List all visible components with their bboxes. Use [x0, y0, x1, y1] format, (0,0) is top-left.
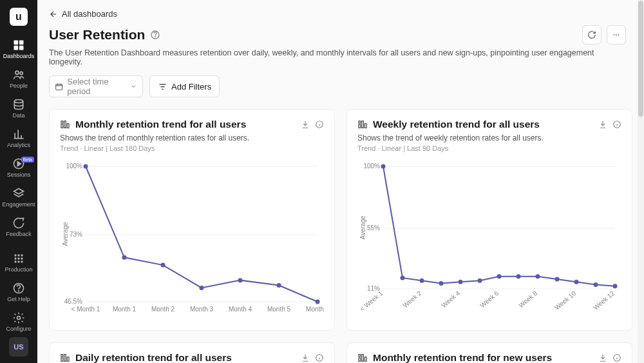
chart-weekly: 100%55%11%Average< Week 1Week 2Week 4Wee… [357, 160, 621, 321]
svg-text:Month 4: Month 4 [229, 306, 252, 313]
svg-point-68 [459, 280, 463, 284]
engagement-icon [12, 187, 25, 200]
svg-rect-27 [61, 124, 63, 128]
svg-point-70 [497, 274, 502, 279]
info-icon[interactable] [150, 30, 160, 40]
logo[interactable]: u [10, 8, 28, 26]
svg-rect-89 [359, 355, 361, 357]
arrow-left-icon [49, 10, 58, 19]
svg-point-4 [15, 71, 19, 74]
svg-point-40 [161, 263, 166, 268]
card-monthly-new: Monthly retention trend for new users [346, 342, 632, 363]
svg-rect-54 [362, 121, 364, 128]
svg-point-75 [594, 282, 598, 287]
svg-text:100%: 100% [66, 162, 82, 170]
svg-rect-52 [359, 121, 361, 123]
info-icon[interactable] [315, 353, 324, 362]
apps-icon [12, 252, 25, 265]
scrollbar[interactable] [638, 0, 644, 363]
time-period-select[interactable]: Select time period [49, 75, 143, 97]
nav-label: Configure [6, 326, 31, 332]
refresh-icon [587, 30, 596, 39]
nav-production[interactable]: Production [0, 248, 37, 278]
nav-people[interactable]: People [0, 64, 37, 94]
svg-text:73%: 73% [70, 231, 82, 238]
main-content: All dashboards User Retention The User R… [37, 0, 638, 363]
svg-rect-55 [365, 124, 366, 128]
svg-rect-85 [61, 358, 63, 361]
svg-point-14 [14, 260, 16, 262]
chart-icon [357, 119, 368, 130]
beta-badge: Beta [21, 157, 34, 162]
svg-point-6 [14, 100, 23, 103]
svg-text:Week 6: Week 6 [478, 289, 500, 309]
svg-point-19 [17, 317, 21, 320]
svg-point-11 [14, 257, 16, 259]
svg-point-71 [516, 274, 521, 279]
info-icon[interactable] [612, 120, 621, 129]
svg-rect-87 [67, 357, 69, 362]
svg-rect-2 [14, 46, 19, 50]
download-icon[interactable] [598, 120, 607, 129]
add-filters-button[interactable]: Add Filters [149, 75, 220, 97]
nav-label: Data [12, 112, 24, 119]
filter-icon [158, 82, 167, 92]
nav-label: Get Help [7, 296, 30, 302]
svg-text:< Week 1: < Week 1 [359, 289, 384, 313]
back-link[interactable]: All dashboards [49, 9, 626, 19]
info-icon[interactable] [315, 120, 324, 129]
nav-data[interactable]: Data [0, 94, 37, 124]
more-button[interactable] [607, 25, 626, 44]
nav-configure[interactable]: Configure [0, 308, 37, 337]
svg-point-66 [420, 279, 424, 283]
chart-icon [60, 119, 70, 130]
svg-rect-3 [19, 46, 24, 50]
nav-dashboards[interactable]: Dashboards [0, 35, 37, 64]
card-title: Monthly retention trend for all users [75, 119, 246, 130]
svg-point-21 [155, 37, 156, 37]
svg-point-10 [21, 254, 23, 256]
calendar-icon [55, 82, 63, 92]
region-button[interactable]: US [9, 337, 28, 357]
analytics-icon [12, 128, 25, 141]
card-weekly-all: Weekly retention trend for all users Sho… [346, 109, 632, 331]
svg-text:Average: Average [359, 215, 366, 240]
nav-engagement[interactable]: Engagement [0, 183, 37, 213]
dashboard-icon [12, 39, 25, 52]
nav-label: People [10, 83, 28, 89]
svg-point-69 [478, 279, 482, 283]
nav-label: Production [5, 266, 32, 273]
card-title: Monthly retention trend for new users [373, 352, 552, 363]
info-icon[interactable] [612, 353, 621, 362]
card-title: Weekly retention trend for all users [373, 119, 540, 130]
svg-rect-29 [67, 124, 69, 128]
svg-text:55%: 55% [367, 224, 380, 231]
download-icon[interactable] [598, 353, 607, 362]
svg-rect-53 [359, 124, 361, 128]
scrollbar-thumb[interactable] [638, 1, 643, 117]
svg-point-67 [439, 281, 444, 286]
svg-rect-28 [64, 121, 66, 128]
svg-text:Week 10: Week 10 [553, 289, 577, 311]
chevron-down-icon [130, 83, 137, 90]
nav-sessions[interactable]: Beta Sessions [0, 153, 37, 183]
download-icon[interactable] [301, 353, 310, 362]
svg-text:Month 3: Month 3 [190, 306, 214, 313]
download-icon[interactable] [301, 120, 310, 129]
nav-help[interactable]: Get Help [0, 278, 37, 308]
card-subtitle: Shows the trend of weekly retention rate… [357, 133, 621, 142]
nav-feedback[interactable]: Feedback [0, 213, 37, 242]
svg-point-41 [200, 286, 204, 290]
svg-point-13 [21, 257, 23, 259]
svg-point-12 [17, 257, 19, 259]
refresh-button[interactable] [582, 25, 601, 44]
svg-point-8 [14, 254, 16, 256]
svg-text:100%: 100% [363, 162, 380, 170]
nav-analytics[interactable]: Analytics [0, 124, 37, 153]
chart-icon [60, 353, 70, 363]
page-description: The User Retention Dashboard measures re… [49, 48, 626, 66]
svg-rect-91 [362, 355, 364, 362]
card-subtitle: Shows the trend of monthly retention rat… [60, 133, 324, 142]
svg-point-72 [536, 274, 540, 279]
card-monthly-all: Monthly retention trend for all users Sh… [49, 109, 335, 331]
